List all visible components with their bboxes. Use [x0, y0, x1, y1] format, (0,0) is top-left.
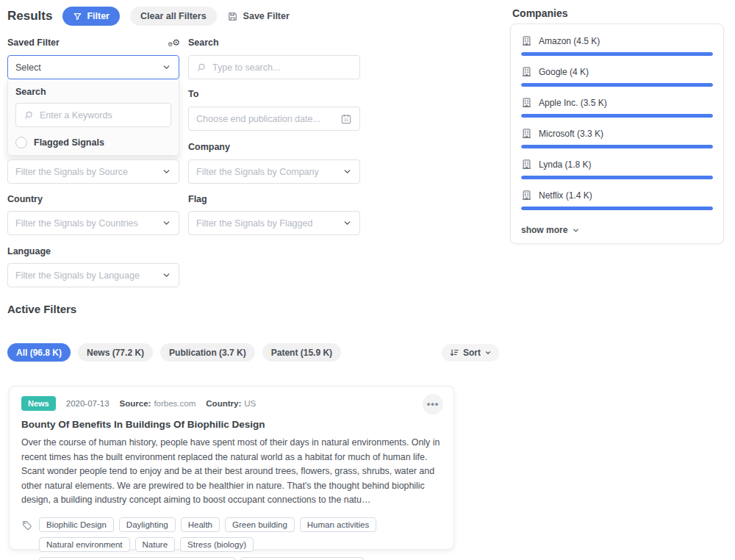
svg-text:31: 31	[344, 118, 348, 122]
company-list-item[interactable]: Google (4 K)	[521, 66, 713, 87]
saved-filter-select[interactable]: Select	[7, 55, 179, 79]
keyword-search-input[interactable]	[40, 110, 163, 121]
companies-panel: Amazon (4.5 K) Google (4 K) Apple Inc. (…	[510, 24, 724, 244]
companies-panel-title: Companies	[512, 7, 567, 19]
tag-chip[interactable]: Leadership in Energy and Environmental D…	[39, 557, 235, 560]
tag-chip[interactable]: Environmental social science	[240, 557, 364, 560]
tag-chip[interactable]: Nature	[135, 537, 176, 552]
company-list-item[interactable]: Microsoft (3.3 K)	[521, 128, 713, 148]
panel-search-label: Search	[15, 87, 171, 97]
chevron-down-icon	[162, 270, 171, 280]
show-more-button[interactable]: show more	[521, 222, 713, 238]
saved-filter-dropdown-panel: Search Flagged Signals	[7, 79, 179, 156]
language-select[interactable]: Filter the Signals by Language	[7, 263, 179, 287]
flag-placeholder: Filter the Signals by Flagged	[196, 218, 312, 229]
company-list: Amazon (4.5 K) Google (4 K) Apple Inc. (…	[521, 35, 713, 220]
chevron-down-icon	[162, 218, 171, 228]
result-tab[interactable]: News (77.2 K)	[78, 343, 153, 362]
card-more-options-icon[interactable]: •••	[423, 394, 443, 414]
tag-chip-list: Biophilic Design Daylighting Health Gree…	[39, 517, 440, 560]
tags-row: Biophilic Design Daylighting Health Gree…	[21, 517, 442, 560]
to-label: To	[188, 89, 198, 99]
show-more-label: show more	[521, 225, 567, 235]
flagged-signals-option[interactable]: Flagged Signals	[15, 137, 171, 148]
company-bar	[521, 83, 713, 87]
main-search-input[interactable]	[212, 62, 352, 73]
company-select[interactable]: Filter the Signals by Company	[188, 159, 360, 184]
result-title[interactable]: Bounty Of Benefits In Buildings Of Bioph…	[21, 419, 442, 430]
save-filter-label: Save Filter	[243, 11, 290, 21]
country-label: Country	[7, 194, 43, 204]
end-date-picker[interactable]: Choose end publication date... 31	[188, 107, 360, 131]
tag-chip[interactable]: Biophilic Design	[39, 517, 114, 532]
manage-saved-filters-gear-icon[interactable]: ⚙⚙	[168, 37, 179, 48]
company-label: Company	[188, 142, 230, 152]
source-placeholder: Filter the Signals by Source	[15, 167, 128, 177]
tag-icon	[21, 520, 32, 531]
country-value: US	[244, 399, 256, 408]
page-title: Results	[7, 9, 52, 24]
results-header: Results Filter Clear all Filters Save Fi…	[7, 7, 290, 26]
company-bar	[521, 52, 713, 56]
company-bar	[521, 114, 713, 118]
result-tab[interactable]: All (96.8 K)	[7, 343, 71, 362]
active-filters-title: Active Filters	[7, 303, 76, 315]
building-icon	[521, 128, 532, 139]
building-icon	[521, 159, 532, 170]
saved-filter-value: Select	[15, 62, 41, 73]
flag-label: Flag	[188, 194, 207, 204]
company-name: Netflix (1.4 K)	[539, 190, 592, 201]
tag-chip[interactable]: Daylighting	[119, 517, 176, 532]
result-country: Country:US	[206, 399, 256, 408]
building-icon	[521, 35, 532, 46]
result-tab[interactable]: Publication (3.7 K)	[160, 343, 255, 362]
sort-label: Sort	[463, 348, 481, 358]
company-name: Apple Inc. (3.5 K)	[539, 98, 607, 108]
country-placeholder: Filter the Signals by Countries	[15, 218, 138, 229]
language-placeholder: Filter the Signals by Language	[15, 270, 140, 281]
clear-all-filters-button[interactable]: Clear all Filters	[130, 7, 217, 26]
result-meta: News 2020-07-13 Source:forbes.com Countr…	[21, 396, 442, 411]
chevron-down-icon	[484, 349, 492, 356]
calendar-icon: 31	[340, 113, 352, 125]
tag-chip[interactable]: Human activities	[300, 517, 376, 532]
company-list-item[interactable]: Lynda (1.8 K)	[521, 159, 713, 179]
filter-button-label: Filter	[87, 11, 110, 21]
tag-chip[interactable]: Natural environment	[39, 537, 130, 552]
chevron-down-icon	[162, 62, 171, 72]
result-tabs: All (96.8 K) News (77.2 K) Publication (…	[7, 343, 341, 362]
result-date: 2020-07-13	[66, 399, 110, 408]
result-source: Source:forbes.com	[120, 399, 196, 408]
result-tab[interactable]: Patent (15.9 K)	[262, 343, 341, 362]
country-key: Country:	[206, 399, 241, 408]
sort-button[interactable]: Sort	[442, 344, 499, 362]
save-filter-button[interactable]: Save Filter	[227, 11, 290, 22]
company-bar	[521, 176, 713, 179]
sort-icon	[449, 348, 459, 358]
building-icon	[521, 97, 532, 108]
source-value: forbes.com	[154, 399, 196, 408]
company-name: Microsoft (3.3 K)	[539, 129, 603, 139]
funnel-icon	[73, 12, 82, 21]
tag-chip[interactable]: Green building	[225, 517, 295, 532]
save-icon	[227, 11, 238, 22]
language-label: Language	[7, 246, 51, 256]
tag-chip[interactable]: Health	[181, 517, 220, 532]
tag-chip[interactable]: Stress (biology)	[180, 537, 254, 552]
search-label: Search	[188, 37, 219, 48]
country-select[interactable]: Filter the Signals by Countries	[7, 211, 179, 235]
search-icon	[196, 62, 207, 73]
flag-select[interactable]: Filter the Signals by Flagged	[188, 211, 360, 235]
flagged-signals-label: Flagged Signals	[34, 137, 104, 148]
company-list-item[interactable]: Apple Inc. (3.5 K)	[521, 97, 713, 118]
company-list-item[interactable]: Netflix (1.4 K)	[521, 190, 713, 210]
company-name: Google (4 K)	[539, 67, 589, 77]
company-list-item[interactable]: Amazon (4.5 K)	[521, 35, 713, 56]
chevron-down-icon	[572, 226, 580, 234]
end-date-placeholder: Choose end publication date...	[196, 114, 320, 124]
chevron-down-icon	[343, 218, 352, 228]
source-select[interactable]: Filter the Signals by Source	[7, 159, 179, 184]
company-bar	[521, 145, 713, 148]
filter-button[interactable]: Filter	[62, 7, 120, 26]
chevron-down-icon	[343, 167, 352, 176]
